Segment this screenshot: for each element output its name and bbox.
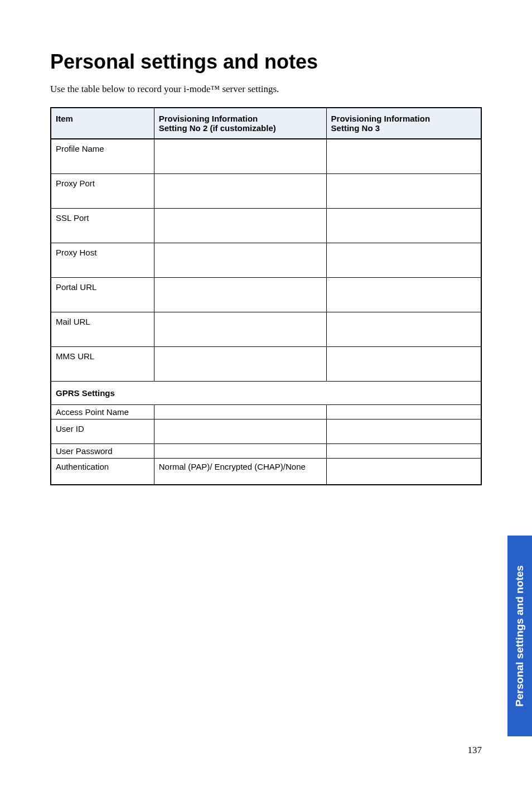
table-row: Mail URL [51, 312, 481, 346]
cell-empty [154, 277, 326, 312]
table-row: Authentication Normal (PAP)/ Encrypted (… [51, 458, 481, 485]
cell-empty [154, 346, 326, 381]
header-col3: Provisioning Information Setting No 3 [326, 108, 481, 139]
table-row: User ID [51, 419, 481, 443]
cell-empty [326, 458, 481, 485]
row-ssl-port: SSL Port [51, 208, 154, 243]
row-profile-name: Profile Name [51, 139, 154, 173]
settings-table: Item Provisioning Information Setting No… [50, 107, 482, 485]
table-row: User Password [51, 443, 481, 458]
row-user-id: User ID [51, 419, 154, 443]
header-col3-line1: Provisioning Information [331, 114, 431, 123]
cell-empty [326, 173, 481, 208]
cell-empty [326, 139, 481, 173]
cell-empty [154, 443, 326, 458]
row-mail-url: Mail URL [51, 312, 154, 346]
row-user-password: User Password [51, 443, 154, 458]
cell-empty [326, 443, 481, 458]
intro-text: Use the table below to record your i-mod… [50, 84, 482, 95]
cell-empty [154, 208, 326, 243]
table-row: GPRS Settings [51, 381, 481, 404]
table-row: Portal URL [51, 277, 481, 312]
header-col2-line2: Setting No 2 (if customizable) [159, 123, 276, 133]
page-number: 137 [468, 745, 482, 756]
cell-empty [154, 419, 326, 443]
page-title: Personal settings and notes [50, 50, 482, 74]
row-mms-url: MMS URL [51, 346, 154, 381]
cell-empty [326, 312, 481, 346]
side-tab-label: Personal settings and notes [514, 565, 526, 706]
table-row: Profile Name [51, 139, 481, 173]
header-col2: Provisioning Information Setting No 2 (i… [154, 108, 326, 139]
row-portal-url: Portal URL [51, 277, 154, 312]
row-authentication-value: Normal (PAP)/ Encrypted (CHAP)/None [154, 458, 326, 485]
table-row: MMS URL [51, 346, 481, 381]
table-row: Proxy Port [51, 173, 481, 208]
cell-empty [326, 404, 481, 419]
cell-empty [326, 419, 481, 443]
row-gprs-settings: GPRS Settings [51, 381, 481, 404]
row-access-point-name: Access Point Name [51, 404, 154, 419]
table-row: Proxy Host [51, 243, 481, 277]
cell-empty [326, 346, 481, 381]
table-row: Access Point Name [51, 404, 481, 419]
cell-empty [154, 173, 326, 208]
row-proxy-host: Proxy Host [51, 243, 154, 277]
header-item: Item [51, 108, 154, 139]
table-header-row: Item Provisioning Information Setting No… [51, 108, 481, 139]
side-tab: Personal settings and notes [507, 536, 532, 736]
row-authentication: Authentication [51, 458, 154, 485]
cell-empty [154, 312, 326, 346]
cell-empty [154, 139, 326, 173]
header-col2-line1: Provisioning Information [159, 114, 258, 123]
table-row: SSL Port [51, 208, 481, 243]
row-proxy-port: Proxy Port [51, 173, 154, 208]
header-col3-line2: Setting No 3 [331, 123, 380, 133]
cell-empty [154, 404, 326, 419]
cell-empty [326, 243, 481, 277]
cell-empty [326, 208, 481, 243]
cell-empty [154, 243, 326, 277]
cell-empty [326, 277, 481, 312]
